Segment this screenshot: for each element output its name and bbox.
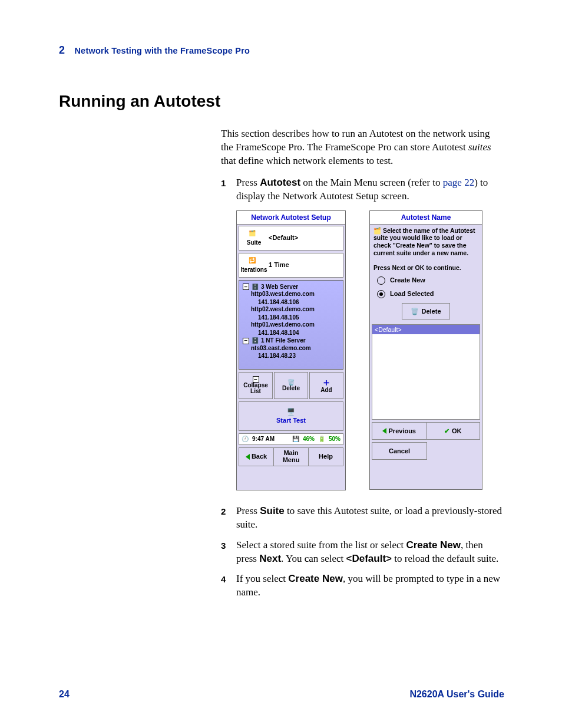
screen-title: Network Autotest Setup	[237, 211, 345, 225]
iterations-value: 1 Time	[269, 261, 289, 269]
network-autotest-setup-screen: Network Autotest Setup 🗂️ Suite <Default…	[236, 210, 346, 490]
collapse-icon[interactable]: −	[243, 284, 249, 290]
previous-button[interactable]: Previous	[372, 422, 427, 440]
list-item[interactable]: <Default>	[372, 325, 480, 334]
computer-icon: 🖥️	[287, 407, 295, 416]
intro-paragraph: This section describes how to run an Aut…	[221, 127, 504, 168]
clock-icon: 🕘	[242, 435, 249, 443]
help-button[interactable]: Help	[309, 447, 343, 466]
chapter-title: Network Testing with the FrameScope Pro	[74, 46, 250, 55]
iterations-row[interactable]: 🔁 Iterations 1 Time	[239, 253, 343, 278]
page-number: 24	[59, 689, 70, 700]
collapse-list-button[interactable]: − Collapse List	[239, 372, 273, 399]
radio-selected-icon	[377, 290, 385, 298]
iterations-icon: 🔁	[249, 258, 259, 267]
ok-button[interactable]: ✔ OK	[427, 422, 481, 440]
disk-icon: 💾	[292, 435, 299, 443]
battery-icon: 🔋	[318, 435, 325, 443]
back-button[interactable]: Back	[239, 447, 274, 466]
chapter-number: 2	[59, 44, 65, 56]
step-list: Press Autotest on the Main Menu screen (…	[221, 176, 504, 600]
suite-row[interactable]: 🗂️ Suite <Default>	[239, 226, 343, 251]
suite-icon: 🗂️	[249, 230, 259, 240]
create-new-option[interactable]: Create New	[377, 276, 475, 285]
collapse-icon[interactable]: −	[243, 338, 249, 344]
autotest-name-screen: Autotest Name 🗂️ Select the name of the …	[369, 210, 482, 490]
guide-name: N2620A User's Guide	[409, 689, 504, 700]
server-icon: 🗄️	[252, 337, 259, 345]
plus-icon: ＋	[322, 378, 331, 387]
step-1: Press Autotest on the Main Menu screen (…	[221, 176, 504, 490]
status-bar: 🕘 9:47 AM 💾 46% 🔋 50%	[239, 433, 343, 445]
start-test-button[interactable]: 🖥️ Start Test	[239, 401, 343, 431]
add-button[interactable]: ＋ Add	[309, 372, 343, 399]
folder-check-icon: 🗂️	[373, 227, 381, 234]
back-arrow-icon	[246, 454, 250, 460]
step-2: Press Suite to save this Autotest suite,…	[221, 505, 504, 532]
cancel-button[interactable]: Cancel	[372, 442, 427, 460]
instruction-text: 🗂️ Select the name of the Autotest suite…	[373, 227, 478, 272]
server-tree[interactable]: −🗄️3 Web Server http03.west.demo.com 141…	[239, 280, 343, 370]
body-column: This section describes how to run an Aut…	[221, 127, 504, 599]
suite-list[interactable]: <Default>	[372, 324, 480, 420]
delete-suite-button[interactable]: 🗑️ Delete	[402, 303, 450, 319]
page-footer: 24 N2620A User's Guide	[59, 689, 504, 700]
screenshot-row: Network Autotest Setup 🗂️ Suite <Default…	[236, 210, 504, 490]
page-link[interactable]: page 22	[443, 177, 474, 188]
check-icon: ✔	[444, 427, 449, 436]
trash-icon: 🗑️	[411, 307, 419, 316]
section-heading: Running an Autotest	[59, 92, 504, 111]
running-header: 2 Network Testing with the FrameScope Pr…	[59, 44, 504, 57]
main-menu-button[interactable]: Main Menu	[274, 447, 309, 466]
step-4: If you select Create New, you will be pr…	[221, 572, 504, 599]
back-arrow-icon	[382, 428, 386, 434]
step-3: Select a stored suite from the list or s…	[221, 539, 504, 566]
radio-unselected-icon	[377, 276, 385, 285]
screen-title: Autotest Name	[370, 211, 482, 225]
delete-button[interactable]: 🗑️ Delete	[274, 372, 308, 399]
suite-value: <Default>	[269, 233, 298, 242]
load-selected-option[interactable]: Load Selected	[377, 289, 475, 298]
server-icon: 🗄️	[252, 283, 259, 291]
